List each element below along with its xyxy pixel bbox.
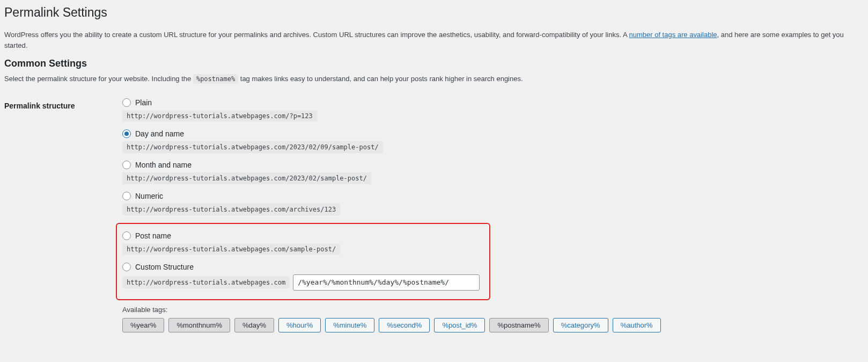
- tag-button-day[interactable]: %day%: [234, 318, 274, 332]
- option-plain-label[interactable]: Plain: [122, 98, 857, 107]
- tag-buttons-row: %year%%monthnum%%day%%hour%%minute%%seco…: [122, 318, 857, 332]
- tag-button-post_id[interactable]: %post_id%: [434, 318, 485, 332]
- option-post-name-label[interactable]: Post name: [122, 231, 482, 240]
- settings-wrap: Permalink Settings WordPress offers you …: [0, 0, 868, 362]
- radio-day-name[interactable]: [122, 129, 131, 138]
- tag-button-year[interactable]: %year%: [122, 318, 164, 332]
- option-day-name: Day and name http://wordpress-tutorials.…: [122, 129, 857, 153]
- example-month-name: http://wordpress-tutorials.atwebpages.co…: [122, 172, 371, 184]
- option-day-name-label[interactable]: Day and name: [122, 129, 857, 138]
- example-plain: http://wordpress-tutorials.atwebpages.co…: [122, 110, 317, 122]
- custom-base-url: http://wordpress-tutorials.atwebpages.co…: [122, 277, 290, 288]
- option-month-name-text: Month and name: [135, 161, 192, 169]
- radio-month-name[interactable]: [122, 161, 131, 169]
- postname-tag-code: %postname%: [193, 74, 238, 84]
- form-table: Permalink structure Plain http://wordpre…: [4, 98, 857, 332]
- tag-button-second[interactable]: %second%: [379, 318, 430, 332]
- intro-paragraph: WordPress offers you the ability to crea…: [4, 30, 857, 50]
- option-month-name-label[interactable]: Month and name: [122, 161, 857, 169]
- example-day-name: http://wordpress-tutorials.atwebpages.co…: [122, 141, 383, 153]
- tag-button-author[interactable]: %author%: [613, 318, 661, 332]
- desc-before: Select the permalink structure for your …: [4, 75, 193, 83]
- intro-text-before: WordPress offers you the ability to crea…: [4, 31, 629, 39]
- option-plain-text: Plain: [135, 98, 152, 107]
- radio-plain[interactable]: [122, 98, 131, 107]
- radio-custom[interactable]: [122, 263, 131, 271]
- tag-button-monthnum[interactable]: %monthnum%: [168, 318, 230, 332]
- radio-post-name[interactable]: [122, 231, 131, 240]
- option-plain: Plain http://wordpress-tutorials.atwebpa…: [122, 98, 857, 122]
- tag-button-hour[interactable]: %hour%: [278, 318, 321, 332]
- common-settings-desc: Select the permalink structure for your …: [4, 74, 857, 84]
- option-custom: Custom Structure http://wordpress-tutori…: [122, 263, 482, 291]
- option-post-name: Post name http://wordpress-tutorials.atw…: [122, 231, 482, 255]
- highlight-box: Post name http://wordpress-tutorials.atw…: [116, 223, 490, 300]
- option-custom-label[interactable]: Custom Structure: [122, 263, 482, 271]
- permalink-structure-label: Permalink structure: [4, 98, 122, 332]
- example-post-name: http://wordpress-tutorials.atwebpages.co…: [122, 243, 340, 255]
- custom-structure-input[interactable]: [293, 274, 480, 291]
- tag-button-postname[interactable]: %postname%: [489, 318, 548, 332]
- option-month-name: Month and name http://wordpress-tutorial…: [122, 161, 857, 184]
- tag-button-minute[interactable]: %minute%: [325, 318, 374, 332]
- tags-available-link[interactable]: number of tags are available: [629, 31, 717, 39]
- desc-after: tag makes links easy to understand, and …: [238, 75, 523, 83]
- tag-button-category[interactable]: %category%: [553, 318, 608, 332]
- example-numeric: http://wordpress-tutorials.atwebpages.co…: [122, 204, 340, 215]
- option-numeric-label[interactable]: Numeric: [122, 192, 857, 200]
- option-numeric-text: Numeric: [135, 192, 163, 200]
- option-custom-text: Custom Structure: [135, 263, 194, 271]
- option-numeric: Numeric http://wordpress-tutorials.atweb…: [122, 192, 857, 215]
- option-day-name-text: Day and name: [135, 129, 184, 138]
- available-tags-label: Available tags:: [122, 306, 857, 314]
- option-post-name-text: Post name: [135, 231, 171, 240]
- radio-numeric[interactable]: [122, 192, 131, 200]
- page-title: Permalink Settings: [4, 5, 857, 20]
- common-settings-heading: Common Settings: [4, 58, 857, 69]
